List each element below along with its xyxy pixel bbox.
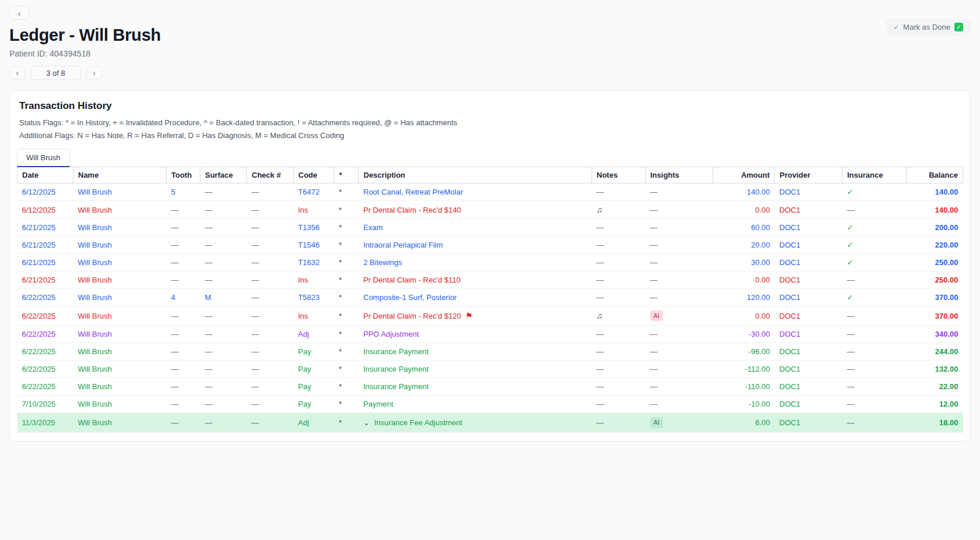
cell-code: Pay	[294, 361, 334, 378]
pagination: ‹ 3 of 8 ›	[9, 66, 971, 80]
cell-insurance: ✓	[842, 289, 907, 306]
cell-check: —	[247, 326, 294, 343]
column-header-insights: Insights	[646, 167, 713, 183]
cell-insights: —	[646, 254, 713, 271]
transaction-row[interactable]: 6/12/2025Will Brush5——T6472*Root Canal, …	[17, 183, 963, 201]
next-page-button[interactable]: ›	[86, 66, 102, 80]
cell-insights: —	[646, 378, 713, 396]
check-icon: ✓	[893, 23, 899, 31]
patient-tabs: Will Brush	[17, 149, 963, 167]
cell-code: Pay	[294, 343, 334, 361]
cell-provider: DOC1	[775, 219, 842, 237]
cell-flag: *	[334, 183, 359, 201]
cell-balance: 250.00	[907, 254, 963, 271]
cell-name: Will Brush	[73, 201, 167, 219]
cell-description: Root Canal, Retreat PreMolar	[359, 183, 592, 201]
cell-amount: 0.00	[713, 201, 775, 219]
transaction-row[interactable]: 11/3/2025Will Brush———Adj*⌄Insurance Fee…	[17, 413, 963, 432]
back-button[interactable]: ‹	[9, 6, 29, 20]
cell-notes: —	[592, 361, 646, 378]
cell-insights: —	[646, 183, 713, 201]
cell-surface: —	[200, 254, 247, 271]
cell-tooth: —	[167, 254, 200, 271]
cell-surface: —	[200, 271, 247, 289]
cell-balance: 12.00	[907, 396, 963, 413]
transaction-row[interactable]: 6/22/2025Will Brush———Adj*PPO Adjustment…	[17, 326, 963, 343]
cell-balance: 250.00	[907, 271, 963, 289]
column-header-notes: Notes	[592, 167, 646, 183]
cell-date: 11/3/2025	[17, 413, 73, 432]
column-header-flag: *	[334, 167, 359, 183]
prev-page-button[interactable]: ‹	[9, 66, 25, 80]
transaction-row[interactable]: 6/22/2025Will Brush4M—T5823*Composite-1 …	[17, 289, 963, 306]
cell-provider: DOC1	[775, 289, 842, 306]
cell-description: Payment	[359, 396, 592, 413]
cell-insurance: —	[842, 271, 907, 289]
additional-flags-legend: Additional Flags: N = Has Note, R = Has …	[19, 131, 963, 140]
cell-insurance: —	[842, 361, 907, 378]
cell-notes: —	[592, 396, 646, 413]
insurance-check-icon: ✓	[847, 258, 854, 267]
description-text: 2 Bitewings	[364, 258, 402, 267]
cell-description: Intraoral Periapical Film	[359, 237, 592, 254]
cell-code: T1546	[294, 237, 334, 254]
cell-notes: —	[592, 343, 646, 361]
table-header-row: DateNameToothSurfaceCheck #Code*Descript…	[17, 167, 963, 183]
cell-flag: *	[334, 237, 359, 254]
ai-insight-badge[interactable]: AI	[650, 417, 663, 428]
cell-check: —	[247, 183, 294, 201]
column-header-surface: Surface	[200, 167, 247, 183]
cell-amount: 30.00	[713, 254, 775, 271]
cell-amount: -110.00	[713, 378, 775, 396]
description-text: Pr Dental Claim - Rec'd $140	[364, 206, 461, 214]
cell-name: Will Brush	[73, 396, 167, 413]
description-text: Pr Dental Claim - Rec'd $120	[364, 312, 461, 320]
cell-balance: 140.00	[907, 183, 963, 201]
cell-code: Ins	[294, 201, 334, 219]
page: ‹ ✓ Mark as Done ✓ Ledger - Will Brush P…	[0, 0, 980, 540]
description-text: Payment	[364, 400, 393, 408]
chevron-down-icon[interactable]: ⌄	[364, 418, 370, 427]
cell-description: Exam	[359, 219, 592, 237]
cell-description: Insurance Payment	[359, 378, 592, 396]
transaction-row[interactable]: 6/22/2025Will Brush———Pay*Insurance Paym…	[17, 343, 963, 361]
cell-provider: DOC1	[775, 237, 842, 254]
green-check-emoji-icon: ✓	[954, 23, 963, 31]
cell-code: Adj	[294, 413, 334, 432]
cell-provider: DOC1	[775, 183, 842, 201]
cell-tooth: —	[167, 326, 200, 343]
transaction-row[interactable]: 6/21/2025Will Brush———Ins*Pr Dental Clai…	[17, 271, 963, 289]
tab-will-brush[interactable]: Will Brush	[17, 149, 70, 167]
transaction-row[interactable]: 6/22/2025Will Brush———Ins*Pr Dental Clai…	[17, 306, 963, 326]
chevron-left-icon: ‹	[16, 68, 19, 77]
cell-check: —	[247, 254, 294, 271]
cell-amount: 6.00	[713, 413, 775, 432]
transaction-row[interactable]: 6/22/2025Will Brush———Pay*Insurance Paym…	[17, 361, 963, 378]
cell-surface: —	[200, 396, 247, 413]
cell-insights: —	[646, 271, 713, 289]
description-text: Insurance Fee Adjustment	[374, 418, 462, 427]
cell-name: Will Brush	[73, 343, 167, 361]
cell-name: Will Brush	[73, 326, 167, 343]
cell-date: 6/22/2025	[17, 289, 73, 306]
description-text: Pr Dental Claim - Rec'd $110	[364, 276, 461, 284]
transaction-row[interactable]: 6/12/2025Will Brush———Ins*Pr Dental Clai…	[17, 201, 963, 219]
transaction-row[interactable]: 6/21/2025Will Brush———T1356*Exam——60.00D…	[17, 219, 963, 237]
cell-date: 6/22/2025	[17, 326, 73, 343]
cell-insurance: ✓	[842, 254, 907, 271]
cell-name: Will Brush	[73, 237, 167, 254]
cell-notes: —	[592, 289, 646, 306]
cell-provider: DOC1	[775, 254, 842, 271]
mark-as-done-button[interactable]: ✓ Mark as Done ✓	[886, 19, 971, 36]
cell-balance: 220.00	[907, 237, 963, 254]
cell-date: 6/22/2025	[17, 361, 73, 378]
cell-surface: —	[200, 237, 247, 254]
music-note-icon: ♫	[597, 205, 603, 214]
transaction-row[interactable]: 7/10/2025Will Brush———Pay*Payment——-10.0…	[17, 396, 963, 413]
transaction-row[interactable]: 6/22/2025Will Brush———Pay*Insurance Paym…	[17, 378, 963, 396]
cell-code: T1356	[294, 219, 334, 237]
transaction-row[interactable]: 6/21/2025Will Brush———T1546*Intraoral Pe…	[17, 237, 963, 254]
cell-surface: —	[200, 343, 247, 361]
transaction-row[interactable]: 6/21/2025Will Brush———T1632*2 Bitewings—…	[17, 254, 963, 271]
ai-insight-badge[interactable]: AI	[650, 310, 663, 321]
